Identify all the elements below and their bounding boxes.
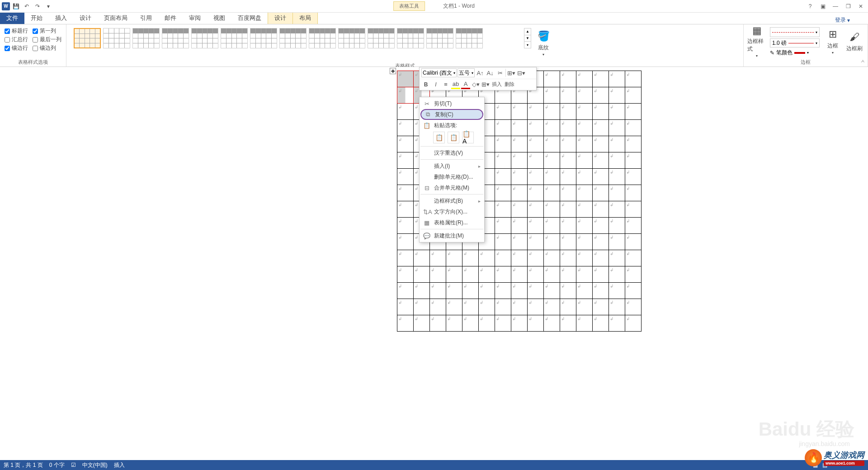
- table-cell[interactable]: ↲: [576, 104, 593, 120]
- table-cell[interactable]: ↲: [479, 250, 495, 266]
- table-cell[interactable]: ↲: [609, 234, 625, 250]
- table-cell[interactable]: ↲: [397, 169, 414, 185]
- table-cell[interactable]: ↲: [528, 136, 544, 152]
- tab-mailings[interactable]: 邮件: [158, 12, 183, 24]
- table-cell[interactable]: ↲: [397, 250, 414, 266]
- table-style-thumb[interactable]: [191, 28, 218, 48]
- font-color-button[interactable]: A: [461, 80, 470, 89]
- table-cell[interactable]: ↲: [625, 234, 642, 250]
- table-cell[interactable]: ↲: [495, 266, 511, 283]
- table-cell[interactable]: ↲: [625, 136, 642, 152]
- ctx-insert[interactable]: 插入(I)▸: [420, 161, 483, 171]
- table-cell[interactable]: ↲: [397, 136, 414, 152]
- table-cell[interactable]: ↲: [495, 299, 511, 315]
- table-cell[interactable]: ↲: [560, 283, 576, 299]
- help-button[interactable]: ?: [805, 2, 816, 11]
- table-cell[interactable]: ↲: [625, 201, 642, 218]
- ctx-copy[interactable]: ⧉复制(C): [420, 109, 483, 120]
- table-cell[interactable]: ↲: [528, 104, 544, 120]
- table-cell[interactable]: ↲: [625, 104, 642, 120]
- table-cell[interactable]: ↲: [560, 299, 576, 315]
- table-cell[interactable]: ↲: [544, 71, 560, 87]
- table-cell[interactable]: ↲: [462, 283, 479, 299]
- table-cell[interactable]: ↲: [430, 299, 446, 315]
- table-cell[interactable]: ↲: [511, 315, 528, 332]
- chk-total-row[interactable]: 汇总行: [5, 36, 28, 43]
- format-painter-button[interactable]: ✂: [495, 68, 505, 77]
- table-cell[interactable]: ↲: [462, 266, 479, 283]
- table-cell[interactable]: ↲: [544, 218, 560, 234]
- table-cell[interactable]: ↲: [625, 185, 642, 201]
- table-cell[interactable]: ↲: [560, 87, 576, 104]
- table-cell[interactable]: ↲: [511, 185, 528, 201]
- table-cell[interactable]: ↲: [479, 299, 495, 315]
- table-cell[interactable]: ↲: [479, 283, 495, 299]
- table-cell[interactable]: ↲: [625, 250, 642, 266]
- table-cell[interactable]: ↲: [544, 120, 560, 136]
- table-cell[interactable]: ↲: [544, 136, 560, 152]
- table-cell[interactable]: ↲: [609, 136, 625, 152]
- table-cell[interactable]: ↲: [430, 283, 446, 299]
- table-cell[interactable]: ↲: [625, 169, 642, 185]
- table-style-thumb[interactable]: [250, 28, 277, 48]
- table-move-handle[interactable]: ✥: [390, 68, 396, 74]
- table-cell[interactable]: ↲: [625, 87, 642, 104]
- table-cell[interactable]: ↲: [495, 104, 511, 120]
- table-style-thumb[interactable]: [221, 28, 248, 48]
- table-cell[interactable]: ↲: [528, 120, 544, 136]
- ribbon-options-button[interactable]: ▣: [817, 2, 828, 11]
- table-cell[interactable]: ↲: [593, 234, 609, 250]
- table-cell[interactable]: ↲: [528, 218, 544, 234]
- table-cell[interactable]: ↲: [397, 218, 414, 234]
- tab-table-layout[interactable]: 布局: [293, 12, 318, 24]
- table-cell[interactable]: ↲: [544, 201, 560, 218]
- font-size-select[interactable]: 五号▾: [458, 68, 475, 77]
- table-cell[interactable]: ↲: [495, 250, 511, 266]
- table-cell[interactable]: ↲: [560, 104, 576, 120]
- table-cell[interactable]: ↲: [576, 315, 593, 332]
- collapse-ribbon-button[interactable]: ㅅ: [860, 58, 865, 65]
- shrink-font-button[interactable]: A↓: [486, 68, 495, 77]
- table-cell[interactable]: ↲: [397, 201, 414, 218]
- table-cell[interactable]: ↲: [397, 299, 414, 315]
- chk-banded-col[interactable]: 镶边列: [33, 44, 56, 52]
- table-style-thumb[interactable]: [279, 28, 307, 48]
- table-cell[interactable]: ↲: [495, 120, 511, 136]
- table-style-thumb[interactable]: [456, 28, 483, 48]
- table-cell[interactable]: ↲: [495, 185, 511, 201]
- chk-header-row[interactable]: 标题行: [5, 27, 28, 35]
- table-cell[interactable]: ↲: [397, 152, 414, 169]
- status-insert-mode[interactable]: 插入: [114, 461, 125, 469]
- table-style-thumb[interactable]: [162, 28, 189, 48]
- tab-design[interactable]: 设计: [73, 12, 98, 24]
- chk-last-col[interactable]: 最后一列: [33, 36, 61, 43]
- table-cell[interactable]: ↲: [397, 87, 414, 104]
- grow-font-button[interactable]: A↑: [476, 68, 485, 77]
- table-cell[interactable]: ↲: [560, 234, 576, 250]
- table-cell[interactable]: ↲: [560, 185, 576, 201]
- ctx-text-direction[interactable]: ⇅A文字方向(X)...: [420, 206, 483, 217]
- table-cell[interactable]: ↲: [414, 266, 430, 283]
- table-cell[interactable]: ↲: [414, 299, 430, 315]
- line-weight-select[interactable]: 1.0 磅▾: [770, 38, 820, 47]
- table-cell[interactable]: ↲: [576, 136, 593, 152]
- table-cell[interactable]: ↲: [560, 266, 576, 283]
- ctx-ime-reselect[interactable]: 汉字重选(V): [420, 147, 483, 158]
- tab-references[interactable]: 引用: [134, 12, 158, 24]
- table-cell[interactable]: ↲: [528, 169, 544, 185]
- pen-color-button[interactable]: ✎笔颜色▾: [770, 49, 820, 57]
- table-style-thumb[interactable]: [74, 28, 101, 48]
- table-cell[interactable]: ↲: [462, 315, 479, 332]
- table-cell[interactable]: ↲: [397, 104, 414, 120]
- table-cell[interactable]: ↲: [593, 218, 609, 234]
- table-cell[interactable]: ↲: [593, 201, 609, 218]
- tab-file[interactable]: 文件: [0, 12, 24, 24]
- table-cell[interactable]: ↲: [511, 201, 528, 218]
- table-cell[interactable]: ↲: [528, 201, 544, 218]
- table-cell[interactable]: ↲: [495, 201, 511, 218]
- table-cell[interactable]: ↲: [544, 87, 560, 104]
- gallery-down-button[interactable]: ▼: [524, 35, 531, 42]
- status-page[interactable]: 第 1 页，共 1 页: [4, 461, 43, 469]
- table-cell[interactable]: ↲: [576, 234, 593, 250]
- table-cell[interactable]: ↲: [446, 250, 462, 266]
